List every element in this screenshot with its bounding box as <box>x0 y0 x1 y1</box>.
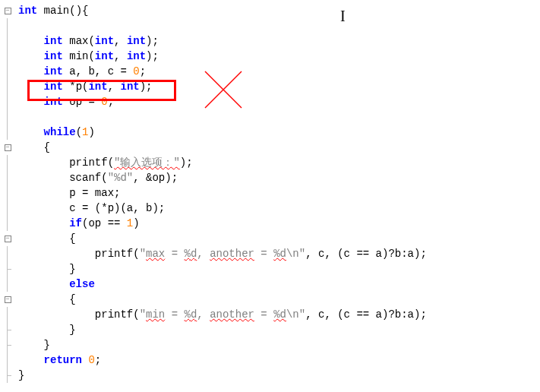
code-editor[interactable]: − int main(){ int max(int, int); int min… <box>0 0 540 383</box>
fold-minus-icon[interactable]: − <box>5 296 11 303</box>
code-line[interactable]: printf("max = %d, another = %d\n", c, (c… <box>0 246 540 261</box>
code-line[interactable]: int op = 0; <box>0 94 540 109</box>
code-line[interactable]: } <box>0 322 540 337</box>
code-line[interactable]: else <box>0 277 540 292</box>
keyword: int <box>44 35 63 47</box>
fold-minus-icon[interactable]: − <box>5 8 11 14</box>
code-line[interactable]: − { <box>0 292 540 307</box>
code-line[interactable]: } <box>0 368 540 383</box>
code-line[interactable]: } <box>0 337 540 352</box>
code-line[interactable]: c = (*p)(a, b); <box>0 201 540 216</box>
code-line[interactable]: − { <box>0 231 540 246</box>
code-line[interactable]: int *p(int, int); <box>0 79 540 94</box>
code-line[interactable] <box>0 109 540 125</box>
fold-gutter[interactable]: − <box>0 292 15 307</box>
fold-gutter[interactable]: − <box>0 3 15 18</box>
fold-minus-icon[interactable]: − <box>5 236 11 242</box>
code-line[interactable]: − int main(){ <box>0 3 540 18</box>
code-line[interactable]: p = max; <box>0 185 540 201</box>
fold-minus-icon[interactable]: − <box>5 144 11 151</box>
code-line[interactable]: int min(int, int); <box>0 49 540 64</box>
code-line[interactable]: return 0; <box>0 352 540 368</box>
code-line[interactable]: printf("输入选项："); <box>0 155 540 170</box>
fold-gutter[interactable]: − <box>0 140 15 155</box>
fold-gutter[interactable]: − <box>0 231 15 246</box>
code-line[interactable] <box>0 18 540 33</box>
code-line[interactable]: int a, b, c = 0; <box>0 64 540 79</box>
code-line[interactable]: } <box>0 261 540 277</box>
code-line[interactable]: printf("min = %d, another = %d\n", c, (c… <box>0 307 540 322</box>
keyword: int <box>18 5 37 17</box>
identifier: main <box>37 5 69 17</box>
string-literal: "输入选项：" <box>114 156 180 169</box>
code-line[interactable]: − { <box>0 140 540 155</box>
code-line[interactable]: if(op == 1) <box>0 216 540 231</box>
code-line[interactable]: scanf("%d", &op); <box>0 170 540 185</box>
code-line[interactable]: int max(int, int); <box>0 33 540 49</box>
code-line[interactable]: while(1) <box>0 125 540 140</box>
